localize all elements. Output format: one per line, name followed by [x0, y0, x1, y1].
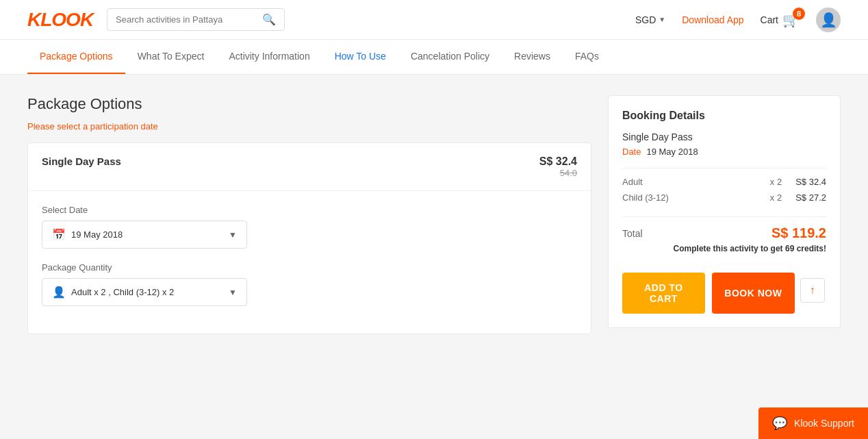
calendar-icon: 📅	[52, 228, 66, 241]
tab-package-options[interactable]: Package Options	[27, 40, 125, 74]
cart-badge: 8	[793, 8, 805, 20]
tab-what-to-expect[interactable]: What To Expect	[125, 40, 217, 74]
total-row: Total S$ 119.2	[622, 216, 826, 241]
nav-tabs: Package Options What To Expect Activity …	[0, 40, 868, 75]
scroll-top-button[interactable]: ↑	[800, 278, 825, 303]
support-chat-icon: 💬	[772, 416, 787, 431]
chevron-down-icon: ▼	[659, 16, 665, 23]
price-area: S$ 32.4 54.0	[539, 155, 577, 178]
credits-amount: 69	[785, 244, 794, 253]
header: KLOOK 🔍 SGD ▼ Download App Cart 🛒 8 👤	[0, 0, 868, 40]
total-label: Total	[622, 228, 643, 239]
original-price: 54.0	[539, 168, 577, 178]
tab-reviews[interactable]: Reviews	[502, 40, 563, 74]
quantity-chevron-icon: ▼	[229, 288, 237, 297]
booking-item-name: Single Day Pass	[622, 131, 826, 142]
credits-prefix: Complete this activity to get	[674, 244, 785, 253]
arrow-up-icon: ↑	[810, 284, 815, 297]
total-price: S$ 119.2	[771, 225, 826, 241]
date-select[interactable]: 📅 19 May 2018 ▼	[42, 221, 247, 249]
current-price: S$ 32.4	[539, 155, 577, 168]
cart-label: Cart	[761, 14, 778, 25]
currency-label: SGD	[635, 14, 656, 25]
booking-row-child-price: S$ 27.2	[795, 192, 826, 203]
booking-row-adult-price: S$ 32.4	[795, 177, 826, 187]
download-app-text[interactable]: Download App	[682, 14, 743, 25]
select-date-group: Select Date 📅 19 May 2018 ▼	[42, 205, 577, 249]
booking-row-adult-qty: x 2	[770, 177, 782, 187]
select-date-label: Select Date	[42, 205, 577, 215]
booking-row-adult-label: Adult	[622, 177, 643, 187]
booking-date-value: 19 May 2018	[646, 147, 698, 157]
support-label: Klook Support	[794, 418, 854, 429]
booking-row-child: Child (3-12) x 2 S$ 27.2	[622, 192, 826, 203]
booking-row-child-qty: x 2	[770, 192, 782, 203]
main-content: Package Options Please select a particip…	[0, 75, 868, 438]
quantity-select[interactable]: 👤 Adult x 2 , Child (3-12) x 2 ▼	[42, 278, 247, 306]
booking-date-label: Date	[622, 147, 641, 157]
avatar[interactable]: 👤	[816, 8, 841, 32]
package-card: Single Day Pass S$ 32.4 54.0 Select Date…	[27, 142, 591, 334]
package-body: Select Date 📅 19 May 2018 ▼ Package Quan…	[28, 191, 591, 334]
booking-row-child-label: Child (3-12)	[622, 192, 669, 203]
quantity-select-inner: 👤 Adult x 2 , Child (3-12) x 2	[52, 286, 174, 299]
book-now-button[interactable]: BOOK NOW	[712, 273, 795, 314]
add-to-cart-button[interactable]: ADD TO CART	[622, 273, 705, 314]
btn-row: ADD TO CART BOOK NOW	[622, 273, 795, 314]
package-quantity-label: Package Quantity	[42, 262, 577, 273]
date-select-inner: 📅 19 May 2018	[52, 228, 123, 241]
download-app-link[interactable]: Download App	[682, 14, 743, 25]
page-title: Package Options	[27, 95, 591, 113]
tab-how-to-use[interactable]: How To Use	[322, 40, 398, 74]
person-icon: 👤	[52, 286, 66, 299]
booking-card: Booking Details Single Day Pass Date 19 …	[608, 95, 841, 328]
right-panel: Booking Details Single Day Pass Date 19 …	[608, 95, 841, 417]
selected-quantity-text: Adult x 2 , Child (3-12) x 2	[71, 287, 174, 297]
booking-title: Booking Details	[622, 110, 826, 122]
left-panel: Package Options Please select a particip…	[27, 95, 591, 417]
credits-text: Complete this activity to get 69 credits…	[622, 244, 826, 253]
user-icon: 👤	[820, 12, 837, 28]
search-input[interactable]	[116, 14, 257, 25]
booking-divider	[622, 168, 826, 168]
package-header: Single Day Pass S$ 32.4 54.0	[28, 143, 591, 191]
tab-faqs[interactable]: FAQs	[563, 40, 611, 74]
header-right: SGD ▼ Download App Cart 🛒 8 👤	[635, 8, 841, 32]
search-icon: 🔍	[262, 13, 276, 26]
selected-date-text: 19 May 2018	[71, 229, 123, 240]
tab-cancelation-policy[interactable]: Cancelation Policy	[398, 40, 502, 74]
package-name: Single Day Pass	[42, 155, 121, 167]
search-box[interactable]: 🔍	[107, 8, 285, 31]
support-bar[interactable]: 💬 Klook Support	[758, 407, 868, 438]
booking-date-row: Date 19 May 2018	[622, 147, 826, 157]
participation-hint: Please select a participation date	[27, 121, 591, 131]
action-buttons: ADD TO CART BOOK NOW ↑	[622, 267, 826, 314]
header-left: KLOOK 🔍	[27, 8, 285, 31]
date-chevron-icon: ▼	[229, 230, 237, 240]
klook-logo[interactable]: KLOOK	[27, 9, 93, 31]
package-quantity-group: Package Quantity 👤 Adult x 2 , Child (3-…	[42, 262, 577, 306]
tab-activity-information[interactable]: Activity Information	[216, 40, 322, 74]
credits-suffix: credits!	[794, 244, 826, 253]
currency-selector[interactable]: SGD ▼	[635, 14, 665, 25]
booking-row-adult: Adult x 2 S$ 32.4	[622, 177, 826, 187]
cart-area[interactable]: Cart 🛒 8	[761, 12, 800, 28]
